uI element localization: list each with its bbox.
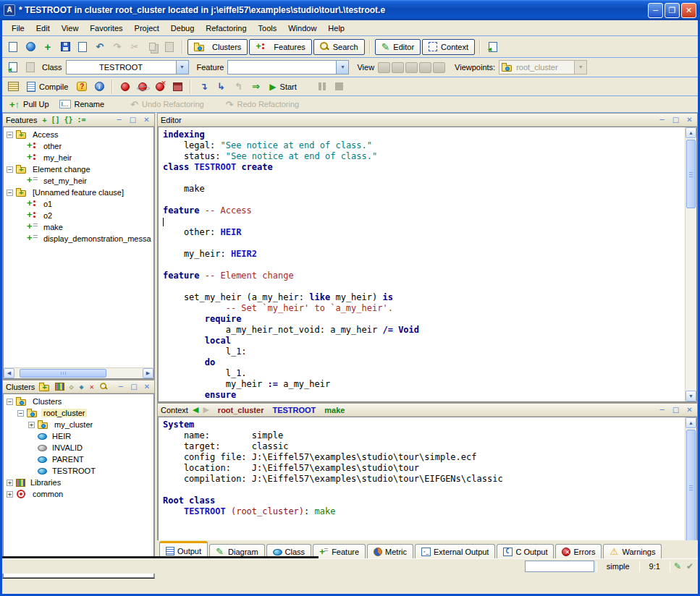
context-tool-button[interactable]: Context [422,39,475,55]
rename-button[interactable]: I... Rename [55,96,109,112]
title-bar[interactable]: A * TESTROOT in cluster root_cluster loc… [0,0,700,20]
minimize-button[interactable]: ─ [648,3,663,18]
save-all-icon[interactable] [75,39,90,55]
scroll-up-icon[interactable]: ▲ [686,127,696,138]
tab-metric[interactable]: Metric [367,544,413,558]
breadcrumb[interactable]: root_clusterTESTROOTmake [218,406,345,414]
expander-icon[interactable]: − [7,166,13,173]
feature-view-tool-icon[interactable]: {} [64,116,74,124]
scroll-right-icon[interactable]: ▶ [143,368,153,378]
project-info-icon[interactable]: i [91,79,107,95]
context-panel-header[interactable]: Context ◀ ▶ root_clusterTESTROOTmake ─ □… [158,404,697,417]
history-back-icon[interactable] [5,59,21,75]
menu-item-project[interactable]: Project [130,22,164,34]
history-back-icon[interactable]: ◀ [193,406,198,414]
tree-item-o2[interactable]: o2 [4,210,153,221]
panel-close-icon[interactable]: ✕ [143,382,151,392]
step-into-icon[interactable]: ↳ [213,79,229,95]
freeze-icon[interactable] [135,79,151,95]
finalize-icon[interactable] [152,79,168,95]
discover-melt-icon[interactable] [169,79,185,95]
tree-item-root-cluster[interactable]: −root_cluster [4,407,153,419]
expander-icon[interactable]: + [28,422,35,428]
menu-item-help[interactable]: Help [323,22,350,34]
features-panel-header[interactable]: Features +[]{}:= ─ □ ✕ [3,114,154,127]
expander-icon[interactable]: + [7,491,13,498]
breadcrumb-testroot[interactable]: TESTROOT [272,406,316,414]
add-cluster-icon[interactable] [39,383,51,391]
feature-view-tool-icon[interactable]: [] [50,116,60,124]
panel-maximize-icon[interactable]: □ [671,405,680,415]
clusters-tree[interactable]: −Clusters−root_cluster+my_clusterHEIRINV… [4,394,153,577]
scrollbar-thumb[interactable] [686,140,696,208]
editor-code-area[interactable]: indexing legal: "See notice at end of cl… [159,127,685,401]
editor-tool-button[interactable]: ✎ Editor [375,39,421,55]
new-class-icon[interactable]: + [40,39,56,55]
scroll-down-icon[interactable]: ▼ [686,391,696,401]
clusters-panel-header[interactable]: Clusters ◇ ◆ ✕ ─ □ ✕ [3,380,154,393]
scroll-up-icon[interactable]: ▲ [686,417,696,428]
tree-item-access[interactable]: −Access [4,129,153,140]
diamond-icon[interactable]: ◆ [79,383,85,391]
menu-item-window[interactable]: Window [283,22,321,34]
search-tool-button[interactable]: Search [313,39,365,55]
feature-view-tool-icon[interactable]: := [77,116,87,124]
tree-item-invalid[interactable]: INVALID [4,442,153,454]
feature-combobox[interactable]: ▼ [227,60,349,74]
panel-minimize-icon[interactable]: ─ [114,115,124,125]
menu-item-view[interactable]: View [56,22,84,34]
tab-external-output[interactable]: External Output [415,544,495,558]
tree-item-unnamed-feature-clause[interactable]: −[Unnamed feature clause] [4,187,153,198]
menu-item-file[interactable]: File [7,22,30,34]
expander-icon[interactable]: − [17,410,24,417]
undo-icon[interactable]: ↶ [92,39,108,55]
melt-icon[interactable] [117,79,133,95]
remove-icon[interactable]: ✕ [89,383,95,391]
expander-icon[interactable]: + [7,480,13,486]
editor-panel-header[interactable]: Editor ─ □ ✕ [158,114,697,127]
tree-item-o1[interactable]: o1 [4,198,153,210]
tree-item-other[interactable]: other [4,140,153,152]
chevron-down-icon[interactable]: ▼ [176,61,188,74]
search-icon[interactable] [100,383,107,390]
menu-item-tools[interactable]: Tools [253,22,282,34]
tab-feature[interactable]: Feature [313,544,366,558]
menu-item-refactoring[interactable]: Refactoring [201,22,251,34]
panel-minimize-icon[interactable]: ─ [657,405,667,415]
scrollbar-thumb[interactable] [686,430,696,545]
panel-close-icon[interactable]: ✕ [142,115,151,125]
class-combobox[interactable]: TESTROOT ▼ [66,60,189,74]
project-settings-icon[interactable] [5,79,21,95]
panel-maximize-icon[interactable]: □ [130,382,138,392]
panel-close-icon[interactable]: ✕ [685,405,694,415]
diamond-outline-icon[interactable]: ◇ [69,383,75,391]
features-tree[interactable]: −Accessothermy_heir−Element changeset_my… [4,127,153,367]
open-project-icon[interactable] [22,39,38,55]
add-library-icon[interactable] [55,383,64,391]
panel-maximize-icon[interactable]: □ [671,115,680,125]
tree-item-libraries[interactable]: +Libraries [4,477,153,488]
editor-vertical-scrollbar[interactable]: ▲ ▼ [685,127,696,401]
tree-item-element-change[interactable]: −Element change [4,163,153,175]
breadcrumb-make[interactable]: make [324,406,345,414]
context-output-area[interactable]: System name: simple target: classic conf… [159,417,685,559]
features-horizontal-scrollbar[interactable]: ◀ ▶ [4,367,153,378]
panel-close-icon[interactable]: ✕ [685,115,694,125]
pull-up-button[interactable]: +↑ Pull Up [5,96,54,112]
tree-item-my-cluster[interactable]: +my_cluster [4,419,153,430]
breadcrumb-root-cluster[interactable]: root_cluster [218,406,264,414]
menu-item-edit[interactable]: Edit [31,22,55,34]
tree-item-parent[interactable]: PARENT [4,454,153,465]
tree-item-my-heir[interactable]: my_heir [4,152,153,163]
tab-warnings[interactable]: Warnings [603,544,662,558]
panel-minimize-icon[interactable]: ─ [117,382,125,392]
menu-item-debug[interactable]: Debug [166,22,199,34]
panel-minimize-icon[interactable]: ─ [657,115,667,125]
tree-item-common[interactable]: +common [4,488,153,500]
tree-item-heir[interactable]: HEIR [4,430,153,442]
clusters-tool-button[interactable]: Clusters [187,39,248,55]
send-to-external-icon[interactable] [485,39,501,55]
new-window-icon[interactable] [5,39,21,55]
step-over-icon[interactable]: ↴ [195,79,211,95]
panel-maximize-icon[interactable]: □ [128,115,138,125]
